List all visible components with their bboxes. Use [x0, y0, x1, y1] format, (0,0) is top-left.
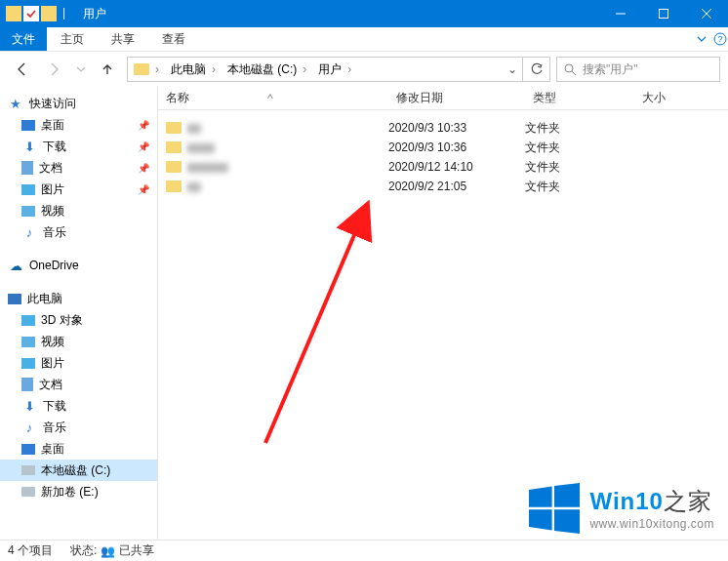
maximize-button[interactable] — [642, 0, 685, 27]
music-icon: ♪ — [21, 224, 37, 240]
drive-icon — [21, 465, 35, 475]
pic-icon — [21, 184, 35, 195]
file-row[interactable]: ▮▮▮▮▮▮ 2020/9/12 14:10 文件夹 — [158, 157, 728, 177]
folder-icon — [166, 180, 182, 192]
column-headers[interactable]: 名称 ^ 修改日期 类型 大小 — [158, 87, 728, 110]
refresh-button[interactable] — [522, 58, 549, 81]
folder-icon — [41, 6, 57, 21]
pic-icon — [21, 358, 35, 369]
title-bar: | 用户 — [0, 0, 728, 27]
svg-rect-1 — [660, 10, 668, 19]
tab-file[interactable]: 文件 — [0, 27, 47, 51]
search-icon — [563, 62, 577, 76]
windows-logo-icon — [529, 483, 580, 534]
folder-icon — [166, 141, 182, 153]
caption-buttons — [599, 0, 728, 27]
download-icon: ⬇ — [21, 139, 37, 154]
sidebar-item-3d[interactable]: 3D 对象 — [0, 309, 157, 331]
sidebar-this-pc[interactable]: 此电脑 — [0, 288, 157, 309]
download-icon: ⬇ — [21, 398, 37, 414]
ribbon: 文件 主页 共享 查看 ? — [0, 27, 728, 52]
pin-icon: 📌 — [138, 163, 149, 174]
sidebar-item-videos[interactable]: 视频 — [0, 200, 157, 221]
folder-icon — [166, 122, 182, 134]
sidebar-quick-access[interactable]: ★ 快速访问 — [0, 93, 157, 114]
col-name[interactable]: 名称 — [166, 90, 189, 106]
sidebar-item-documents[interactable]: 文档📌 — [0, 157, 157, 179]
sidebar-item-desktop2[interactable]: 桌面 — [0, 438, 157, 460]
address-bar[interactable]: › 此电脑› 本地磁盘 (C:)› 用户› ⌄ — [127, 57, 550, 82]
main-area: ★ 快速访问 桌面📌 ⬇下载📌 文档📌 图片📌 视频 ♪音乐 ☁ OneDriv… — [0, 87, 728, 540]
svg-point-6 — [565, 64, 573, 72]
pin-icon: 📌 — [138, 184, 149, 195]
file-list: ▮▮ 2020/9/3 10:33 文件夹 ▮▮▮▮ 2020/9/3 10:3… — [158, 110, 728, 196]
desktop-icon — [21, 444, 35, 455]
breadcrumb-users[interactable]: 用户 — [318, 61, 342, 78]
drive-icon — [21, 487, 35, 497]
sidebar-item-videos2[interactable]: 视频 — [0, 331, 157, 352]
sidebar-item-pictures[interactable]: 图片📌 — [0, 179, 157, 200]
folder-icon — [166, 161, 182, 173]
sidebar-onedrive[interactable]: ☁ OneDrive — [0, 255, 157, 276]
folder-icon — [6, 6, 21, 21]
status-item-count: 4 个项目 — [8, 542, 53, 559]
cloud-icon: ☁ — [8, 258, 23, 273]
pc-icon — [8, 294, 21, 304]
sidebar-item-desktop[interactable]: 桌面📌 — [0, 114, 157, 136]
address-dropdown[interactable]: ⌄ — [503, 62, 522, 76]
pin-icon: 📌 — [138, 120, 149, 131]
qat-divider: | — [59, 6, 69, 21]
nav-pane[interactable]: ★ 快速访问 桌面📌 ⬇下载📌 文档📌 图片📌 视频 ♪音乐 ☁ OneDriv… — [0, 87, 158, 540]
doc-icon — [21, 161, 33, 175]
ribbon-expand-button[interactable]: ? — [695, 32, 728, 46]
svg-line-8 — [265, 228, 357, 443]
back-button[interactable] — [8, 56, 35, 83]
sidebar-item-drive-e[interactable]: 新加卷 (E:) — [0, 481, 157, 502]
folder-icon — [134, 63, 149, 75]
qat-icons: | — [0, 6, 75, 21]
status-bar: 4 个项目 状态: 👥 已共享 — [0, 540, 728, 561]
music-icon: ♪ — [21, 420, 37, 435]
sort-indicator-icon: ^ — [267, 92, 273, 105]
sidebar-item-downloads2[interactable]: ⬇下载 — [0, 395, 157, 417]
doc-icon — [21, 378, 33, 391]
col-type[interactable]: 类型 — [525, 90, 634, 106]
sidebar-item-pictures2[interactable]: 图片 — [0, 352, 157, 374]
window-title: 用户 — [75, 6, 599, 22]
3d-icon — [21, 315, 35, 326]
minimize-button[interactable] — [599, 0, 642, 27]
breadcrumb-pc[interactable]: 此电脑 — [171, 61, 206, 78]
history-dropdown[interactable] — [74, 56, 88, 83]
tab-home[interactable]: 主页 — [47, 27, 98, 51]
svg-text:?: ? — [717, 34, 722, 44]
people-icon: 👥 — [101, 544, 115, 558]
sidebar-item-downloads[interactable]: ⬇下载📌 — [0, 136, 157, 157]
tab-view[interactable]: 查看 — [148, 27, 199, 51]
breadcrumb-drive[interactable]: 本地磁盘 (C:) — [227, 61, 297, 78]
qat-icon[interactable] — [23, 6, 39, 21]
watermark: Win10之家 www.win10xitong.com — [529, 483, 714, 534]
video-icon — [21, 206, 35, 217]
tab-share[interactable]: 共享 — [98, 27, 148, 51]
status-state: 状态: 👥 已共享 — [70, 542, 154, 559]
sidebar-item-music2[interactable]: ♪音乐 — [0, 417, 157, 438]
col-size[interactable]: 大小 — [634, 90, 728, 106]
file-row[interactable]: ▮▮▮▮ 2020/9/3 10:36 文件夹 — [158, 138, 728, 157]
forward-button[interactable] — [41, 56, 68, 83]
desktop-icon — [21, 120, 35, 131]
close-button[interactable] — [685, 0, 728, 27]
search-placeholder: 搜索"用户" — [583, 61, 638, 78]
sidebar-item-drive-c[interactable]: 本地磁盘 (C:) — [0, 460, 157, 481]
annotation-arrow — [265, 219, 402, 456]
file-row[interactable]: ▮▮ 2020/9/2 21:05 文件夹 — [158, 177, 728, 196]
video-icon — [21, 337, 35, 347]
sidebar-item-music[interactable]: ♪音乐 — [0, 221, 157, 243]
file-row[interactable]: ▮▮ 2020/9/3 10:33 文件夹 — [158, 118, 728, 138]
search-input[interactable]: 搜索"用户" — [556, 57, 720, 82]
address-bar-row: › 此电脑› 本地磁盘 (C:)› 用户› ⌄ 搜索"用户" — [0, 52, 728, 87]
svg-line-7 — [572, 71, 576, 75]
sidebar-item-documents2[interactable]: 文档 — [0, 374, 157, 395]
up-button[interactable] — [94, 56, 121, 83]
col-date[interactable]: 修改日期 — [388, 90, 525, 106]
file-list-pane: 名称 ^ 修改日期 类型 大小 ▮▮ 2020/9/3 10:33 文件夹 ▮▮… — [158, 87, 728, 540]
